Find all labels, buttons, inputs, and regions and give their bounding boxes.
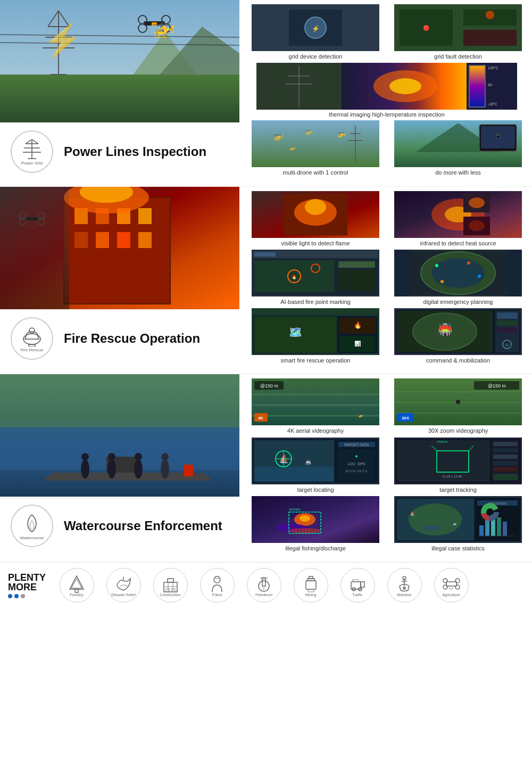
police-icon: [208, 574, 227, 593]
power-lines-content: Power Grid Power Lines Inspection ⚡ grid…: [0, 0, 532, 184]
svg-rect-198: [493, 461, 518, 465]
illegal-stats-thumb: ⛵ 🚢 STATISTICS: [388, 496, 528, 543]
forestry-label: Forestry: [70, 593, 84, 597]
construction-icon: [161, 574, 180, 593]
svg-rect-173: [254, 467, 334, 482]
fire-rescue-right: visible light to detect flame: [239, 187, 532, 372]
svg-point-167: [456, 400, 460, 404]
multi-drone-item: 🚁 🚁 🚁 🚁 multi-drone with 1 control: [246, 120, 385, 176]
svg-rect-230: [75, 589, 78, 592]
svg-point-111: [435, 264, 438, 267]
svg-text:⛵: ⛵: [410, 511, 415, 516]
svg-text:🚢: 🚢: [305, 459, 312, 466]
power-lines-title: Power Lines Inspection: [64, 144, 206, 159]
svg-text:🔥: 🔥: [292, 274, 297, 279]
svg-line-24: [32, 139, 38, 144]
svg-point-17: [162, 24, 170, 32]
target-locating-thumb: ⛵ 🚢 TARGET DATA ● LOC: GPS 32.5°N 1: [246, 438, 385, 484]
watercourse-label-row: Watercourse Watercourse Enforcement: [0, 497, 239, 555]
maritime-icon-circle: Maritime: [387, 568, 422, 603]
svg-rect-233: [168, 579, 173, 582]
traffic-label: Traffic: [352, 593, 362, 597]
svg-point-88: [305, 199, 326, 215]
grid-fault-caption: grid fault detection: [434, 53, 482, 60]
svg-text:●: ●: [355, 454, 358, 459]
svg-point-259: [443, 579, 447, 583]
svg-rect-74: [0, 187, 69, 309]
grid-device-item: ⚡ grid device detection: [246, 4, 385, 60]
illegal-fishing-thumb: VESSEL: [246, 496, 385, 543]
fire-rescue-icon-label: Fire Rescue: [20, 348, 43, 352]
svg-text:TARGET DATA: TARGET DATA: [344, 443, 369, 447]
svg-text:11.29 × 12.56: 11.29 × 12.56: [442, 475, 462, 478]
svg-point-206: [289, 528, 321, 533]
pm-dot-1: [8, 594, 12, 598]
disaster-icon-circle: Disaster Relief: [106, 568, 141, 603]
svg-text:📱: 📱: [495, 133, 501, 138]
svg-text:🔴: 🔴: [423, 24, 430, 31]
smart-rescue-thumb: 🗺️ 🔥 📊: [246, 308, 385, 355]
disaster-label: Disaster Relief: [111, 593, 136, 597]
pm-dot-3: [21, 594, 25, 598]
fire-rescue-section: Fire Rescue Fire Rescue Operation: [0, 187, 532, 375]
watercourse-icon: [21, 512, 43, 534]
svg-text:🚢: 🚢: [453, 522, 457, 526]
fire-rescue-left: Fire Rescue Fire Rescue Operation: [0, 187, 239, 372]
svg-rect-13: [144, 21, 165, 26]
target-tracking-item: TRACK 11.29 × 12.56 target tracking: [388, 438, 528, 493]
svg-text:N: N: [505, 343, 509, 348]
svg-text:TRACK: TRACK: [437, 440, 447, 443]
svg-rect-213: [423, 525, 439, 531]
agriculture-icon: [442, 574, 461, 593]
svg-rect-119: [253, 309, 378, 316]
svg-text:🔥: 🔥: [354, 321, 362, 329]
power-top-grid: ⚡ grid device detection 🔴 grid fault det…: [246, 4, 528, 60]
svg-rect-242: [262, 579, 265, 586]
police-label: Police: [212, 593, 222, 597]
smart-rescue-item: 🗺️ 🔥 📊 smart fire rescue operation: [246, 308, 385, 364]
target-locating-caption: target locating: [297, 486, 334, 493]
traffic-icon: [348, 574, 367, 593]
svg-rect-1: [0, 75, 239, 122]
svg-rect-106: [338, 269, 375, 291]
bottom-bar: PLENTY MORE Forestry Disaster: [0, 562, 532, 608]
fire-rescue-icon: [21, 324, 43, 347]
fire-detect-grid: visible light to detect flame: [246, 191, 528, 247]
bottom-icon-construction: Construction: [149, 568, 192, 603]
svg-point-262: [455, 585, 460, 589]
svg-text:60: 60: [488, 83, 492, 87]
svg-point-269: [452, 588, 453, 589]
svg-text:LOC: GPS: LOC: GPS: [347, 462, 365, 466]
smart-rescue-caption: smart fire rescue operation: [281, 357, 351, 364]
svg-point-145: [107, 459, 116, 479]
svg-text:🚁: 🚁: [273, 131, 284, 141]
illegal-fishing-caption: illegal fishing/discharge: [285, 545, 346, 552]
target-locating-item: ⛵ 🚢 TARGET DATA ● LOC: GPS 32.5°N 1: [246, 438, 385, 493]
svg-point-113: [478, 275, 481, 278]
svg-rect-84: [29, 344, 35, 347]
target-tracking-caption: target tracking: [439, 486, 477, 493]
svg-text:120°C: 120°C: [488, 66, 498, 70]
watercourse-icon-circle: Watercourse: [11, 505, 53, 547]
do-more-caption: do more with less: [435, 169, 481, 176]
petroleum-label: Petroleum: [255, 593, 272, 597]
ai-fire-caption: AI-based fire point marking: [280, 298, 350, 306]
svg-rect-33: [463, 30, 517, 46]
svg-rect-68: [74, 232, 88, 248]
plenty-more: PLENTY MORE: [8, 573, 46, 598]
fire-rescue-main-image: [0, 187, 239, 309]
4k-video-thumb: @150 m 🚁 4K: [246, 378, 385, 425]
svg-rect-196: [493, 448, 518, 452]
mining-icon-circle: Mining: [294, 568, 328, 603]
do-more-item: 📱 do more with less: [388, 120, 528, 176]
svg-point-15: [162, 15, 170, 24]
bottom-icon-agriculture: Agriculture: [430, 568, 472, 603]
grid-device-thumb: ⚡: [246, 4, 385, 51]
svg-point-261: [443, 585, 447, 589]
svg-text:32.5°N 118.2°E: 32.5°N 118.2°E: [345, 469, 368, 473]
svg-rect-134: [497, 320, 518, 326]
construction-icon-circle: Construction: [153, 568, 188, 603]
svg-point-260: [455, 579, 460, 583]
power-lines-label-row: Power Grid Power Lines Inspection: [0, 122, 239, 181]
svg-rect-45: [470, 66, 485, 106]
